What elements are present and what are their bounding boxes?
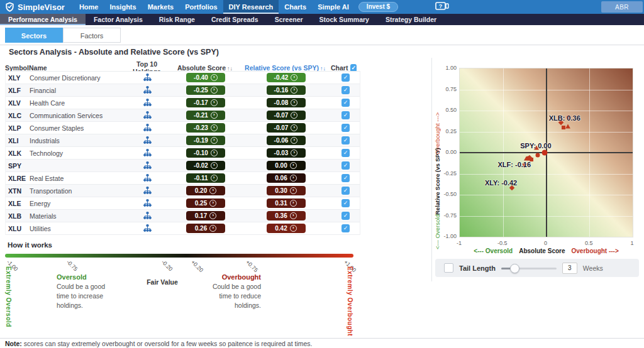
subnav-item-strategy-builder[interactable]: Strategy Builder — [377, 14, 445, 25]
topnav-item-markets[interactable]: Markets — [142, 0, 180, 14]
topnav-item-insights[interactable]: Insights — [104, 0, 142, 14]
chart-row-checkbox[interactable]: ✓ — [341, 199, 350, 207]
subnav-item-performance-analysis[interactable]: Performance Analysis — [0, 14, 86, 25]
symbol-cell[interactable]: XLC — [6, 112, 30, 119]
slider-handle[interactable] — [510, 264, 519, 273]
symbol-cell[interactable]: SPY — [6, 162, 30, 170]
symbol-cell[interactable]: XLB — [6, 212, 30, 220]
symbol-cell[interactable]: XLRE — [6, 175, 30, 182]
plot-area[interactable]: XLB: 0.36SPY: 0.00XLF: -0.16XLY: -0.42 — [459, 68, 633, 237]
holdings-icon[interactable] — [143, 85, 152, 96]
relative-score-badge[interactable]: 0.36› — [267, 211, 306, 220]
topnav-item-charts[interactable]: Charts — [279, 0, 312, 14]
holdings-icon[interactable] — [143, 97, 152, 109]
relative-score-badge[interactable]: -0.42› — [267, 73, 306, 82]
tail-length-slider[interactable] — [501, 264, 557, 273]
chart-row-checkbox[interactable]: ✓ — [341, 161, 350, 170]
holdings-icon[interactable] — [143, 160, 152, 171]
relative-score-badge[interactable]: -0.07› — [267, 123, 306, 133]
y-axis-ticks: 1.000.750.500.250.00-0.25-0.50-0.75-1.00 — [441, 68, 457, 237]
account-button[interactable]: ABR — [601, 1, 643, 13]
brand[interactable]: SimpleVisor — [5, 2, 65, 12]
topnav-item-diy-research[interactable]: DIY Research — [223, 0, 279, 14]
data-point-xli[interactable] — [528, 156, 531, 160]
data-point-xlk[interactable] — [535, 153, 540, 158]
symbol-cell[interactable]: XLE — [6, 200, 30, 207]
relative-score-badge[interactable]: -0.08› — [267, 98, 306, 107]
holdings-icon[interactable] — [143, 122, 152, 134]
holdings-icon[interactable] — [143, 72, 152, 84]
absolute-score-badge[interactable]: -0.40› — [186, 73, 225, 82]
absolute-score-badge[interactable]: -0.11› — [186, 173, 225, 183]
chart-row-checkbox[interactable]: ✓ — [341, 111, 350, 119]
holdings-icon[interactable] — [143, 173, 152, 184]
x-tick-label: -1 — [457, 240, 462, 246]
holdings-icon[interactable] — [143, 110, 152, 121]
absolute-score-badge[interactable]: -0.10› — [186, 148, 225, 158]
absolute-score-badge[interactable]: -0.17› — [186, 98, 225, 107]
chart-row-checkbox[interactable]: ✓ — [341, 174, 350, 182]
symbol-cell[interactable]: XLY — [6, 74, 30, 82]
chart-row-checkbox[interactable]: ✓ — [341, 212, 350, 220]
tail-length-checkbox[interactable] — [444, 263, 453, 273]
topnav-item-portfolios[interactable]: Portfolios — [179, 0, 223, 14]
chart-row-checkbox[interactable]: ✓ — [341, 149, 350, 157]
symbol-cell[interactable]: XLP — [6, 124, 30, 132]
topnav-item-simple-ai[interactable]: Simple AI — [312, 0, 355, 14]
symbol-cell[interactable]: XLF — [6, 87, 30, 94]
holdings-cell — [124, 160, 171, 171]
absolute-score-badge[interactable]: -0.25› — [186, 85, 225, 95]
symbol-cell[interactable]: XTN — [6, 187, 30, 195]
relative-score-badge[interactable]: -0.16› — [267, 85, 306, 95]
symbol-cell[interactable]: XLU — [6, 225, 30, 232]
absolute-score-badge[interactable]: -0.02› — [186, 161, 225, 170]
name-cell: Consumer Staples — [30, 124, 124, 132]
chart-row-checkbox[interactable]: ✓ — [341, 73, 350, 82]
holdings-icon[interactable] — [143, 198, 152, 209]
symbol-cell[interactable]: XLK — [6, 150, 30, 157]
absolute-score-badge[interactable]: -0.23› — [186, 123, 225, 133]
absolute-score-badge[interactable]: 0.17› — [186, 211, 225, 220]
relative-score-badge[interactable]: 0.42› — [267, 224, 306, 233]
holdings-icon[interactable] — [143, 148, 152, 159]
chevron-circle-icon: › — [290, 162, 297, 169]
data-point-spy[interactable] — [541, 150, 547, 156]
invest-button[interactable]: Invest $ — [358, 2, 398, 12]
tab-sectors[interactable]: Sectors — [5, 28, 63, 43]
holdings-icon[interactable] — [143, 185, 152, 197]
relative-score-badge[interactable]: -0.06› — [267, 136, 306, 145]
absolute-score-badge[interactable]: 0.20› — [186, 186, 225, 195]
relative-score-badge[interactable]: -0.07› — [267, 111, 306, 120]
chart-row-checkbox[interactable]: ✓ — [341, 86, 350, 94]
chart-row-checkbox[interactable]: ✓ — [341, 224, 350, 232]
subnav-item-factor-analysis[interactable]: Factor Analysis — [86, 14, 151, 25]
absolute-score-badge[interactable]: 0.25› — [186, 198, 225, 208]
data-point-xle[interactable] — [565, 124, 570, 129]
symbol-cell[interactable]: XLV — [6, 99, 30, 107]
tail-length-value-input[interactable]: 3 — [562, 263, 577, 274]
relative-score-badge[interactable]: 0.31› — [267, 198, 306, 208]
subnav-item-stock-summary[interactable]: Stock Summary — [311, 14, 377, 25]
chart-row-checkbox[interactable]: ✓ — [341, 99, 350, 107]
symbol-cell[interactable]: XLI — [6, 137, 30, 144]
relative-score-badge[interactable]: 0.06› — [267, 173, 306, 183]
holdings-icon[interactable] — [143, 223, 152, 234]
holdings-icon[interactable] — [143, 210, 152, 222]
topnav-item-home[interactable]: Home — [74, 0, 104, 14]
subnav-item-credit-spreads[interactable]: Credit Spreads — [203, 14, 267, 25]
subnav-item-risk-range[interactable]: Risk Range — [151, 14, 203, 25]
holdings-icon[interactable] — [143, 135, 152, 146]
absolute-score-badge[interactable]: -0.19› — [186, 136, 225, 145]
absolute-score-badge[interactable]: -0.21› — [186, 111, 225, 120]
y-tick-label: -0.75 — [443, 212, 457, 219]
chart-row-checkbox[interactable]: ✓ — [341, 136, 350, 144]
chart-row-checkbox[interactable]: ✓ — [341, 124, 350, 132]
relative-score-badge[interactable]: 0.00› — [267, 161, 306, 170]
subnav-item-screener[interactable]: Screener — [267, 14, 311, 25]
tab-factors[interactable]: Factors — [63, 28, 121, 43]
relative-score-badge[interactable]: -0.03› — [267, 148, 306, 158]
chart-row-checkbox[interactable]: ✓ — [341, 187, 350, 195]
absolute-score-badge[interactable]: 0.26› — [186, 224, 225, 233]
relative-score-badge[interactable]: 0.30› — [267, 186, 306, 195]
help-icon[interactable]: ? — [435, 2, 450, 12]
